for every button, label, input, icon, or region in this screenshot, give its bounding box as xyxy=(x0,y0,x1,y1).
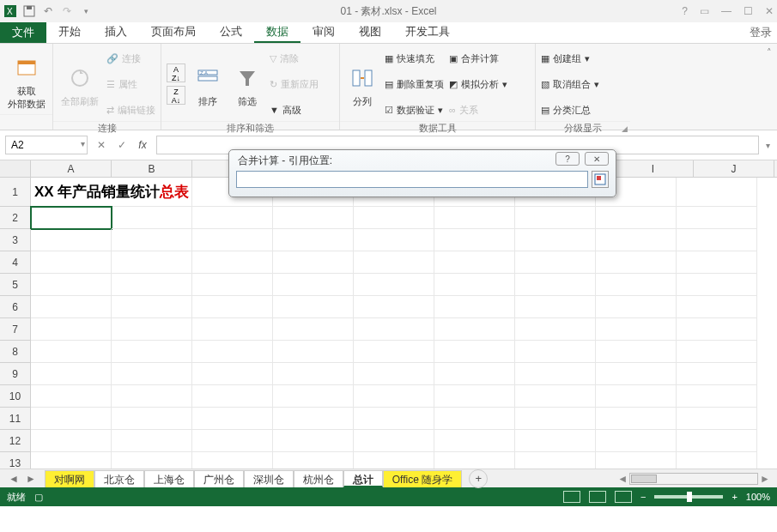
sheet-tab[interactable]: Office 随身学 xyxy=(383,470,462,487)
data-validation-item[interactable]: ☑数据验证 ▾ xyxy=(385,99,444,121)
cell[interactable] xyxy=(112,430,192,452)
cell[interactable] xyxy=(677,341,757,363)
tab-review[interactable]: 审阅 xyxy=(300,22,347,43)
cell[interactable] xyxy=(434,430,515,452)
row-header[interactable]: 9 xyxy=(0,363,31,385)
row-header[interactable]: 4 xyxy=(0,251,31,274)
get-external-data-button[interactable]: 获取 外部数据 xyxy=(5,51,47,111)
row-header[interactable]: 13 xyxy=(0,452,31,469)
relationships-item[interactable]: ∞关系 xyxy=(449,99,507,121)
cell[interactable] xyxy=(677,408,757,430)
save-icon[interactable] xyxy=(22,4,36,18)
tab-formulas[interactable]: 公式 xyxy=(208,22,254,43)
cell[interactable] xyxy=(677,207,757,229)
cell[interactable] xyxy=(112,274,192,296)
cell[interactable] xyxy=(515,318,596,341)
cell[interactable] xyxy=(434,207,515,229)
cell[interactable] xyxy=(596,452,677,469)
cell[interactable] xyxy=(31,274,112,296)
zoom-slider[interactable] xyxy=(654,495,723,499)
cell[interactable] xyxy=(515,229,596,251)
cell[interactable] xyxy=(273,430,354,452)
row-header[interactable]: 2 xyxy=(0,207,31,229)
subtotal-item[interactable]: ▤分类汇总 xyxy=(541,99,599,121)
cell[interactable] xyxy=(434,385,515,408)
cell[interactable] xyxy=(31,452,112,469)
cell[interactable] xyxy=(596,207,677,229)
zoom-level[interactable]: 100% xyxy=(746,492,770,502)
zoom-in-icon[interactable]: + xyxy=(731,492,737,502)
cell[interactable] xyxy=(515,251,596,274)
zoom-out-icon[interactable]: − xyxy=(640,492,646,502)
range-selector-button[interactable] xyxy=(592,171,609,188)
what-if-item[interactable]: ◩模拟分析 ▾ xyxy=(449,73,507,95)
cell[interactable] xyxy=(677,251,757,274)
new-sheet-button[interactable]: + xyxy=(469,469,488,488)
cell[interactable] xyxy=(434,274,515,296)
cell[interactable] xyxy=(192,318,273,341)
cell[interactable] xyxy=(354,408,434,430)
dialog-help-button[interactable]: ? xyxy=(555,152,580,166)
group-rows-item[interactable]: ▦创建组 ▾ xyxy=(541,47,599,70)
cell[interactable] xyxy=(354,296,434,318)
cell[interactable] xyxy=(434,318,515,341)
maximize-icon[interactable]: ☐ xyxy=(744,5,753,17)
cell[interactable] xyxy=(273,341,354,363)
row-header[interactable]: 3 xyxy=(0,229,31,251)
cell[interactable] xyxy=(31,296,112,318)
cell[interactable] xyxy=(677,318,757,341)
cell[interactable] xyxy=(192,274,273,296)
cell[interactable] xyxy=(192,363,273,385)
cell[interactable] xyxy=(515,385,596,408)
cell[interactable] xyxy=(192,385,273,408)
sheet-nav-prev-icon[interactable]: ◄ xyxy=(9,473,19,485)
tab-file[interactable]: 文件 xyxy=(0,22,46,43)
cell[interactable] xyxy=(354,229,434,251)
cell[interactable] xyxy=(596,430,677,452)
cell[interactable] xyxy=(434,229,515,251)
row-header[interactable]: 6 xyxy=(0,296,31,318)
flash-fill-item[interactable]: ▦快速填充 xyxy=(385,47,444,70)
close-icon[interactable]: ✕ xyxy=(765,5,774,17)
tab-page-layout[interactable]: 页面布局 xyxy=(139,22,208,43)
horizontal-scrollbar[interactable] xyxy=(629,473,758,485)
cell[interactable] xyxy=(515,274,596,296)
cell[interactable] xyxy=(31,385,112,408)
edit-links-item[interactable]: ⇄编辑链接 xyxy=(106,99,155,121)
cell[interactable] xyxy=(31,229,112,251)
reapply-item[interactable]: ↻重新应用 xyxy=(270,73,319,95)
row-header[interactable]: 7 xyxy=(0,318,31,341)
cell[interactable] xyxy=(31,363,112,385)
cell[interactable] xyxy=(192,452,273,469)
sign-in-link[interactable]: 登录 xyxy=(750,25,772,40)
cell[interactable] xyxy=(596,229,677,251)
cell[interactable] xyxy=(677,430,757,452)
formula-bar-expand-icon[interactable]: ▾ xyxy=(766,141,777,150)
cell[interactable] xyxy=(677,363,757,385)
view-page-break-icon[interactable] xyxy=(615,491,632,503)
cell[interactable] xyxy=(596,318,677,341)
ribbon-display-icon[interactable]: ▭ xyxy=(700,5,709,17)
cell[interactable] xyxy=(596,251,677,274)
cell[interactable] xyxy=(31,408,112,430)
cell[interactable] xyxy=(192,229,273,251)
tab-data[interactable]: 数据 xyxy=(254,22,300,43)
cell[interactable] xyxy=(273,452,354,469)
sheet-tab[interactable]: 上海仓 xyxy=(144,470,194,487)
sheet-tab[interactable]: 深圳仓 xyxy=(244,470,294,487)
cell[interactable] xyxy=(112,341,192,363)
cell[interactable] xyxy=(677,274,757,296)
cell[interactable] xyxy=(31,318,112,341)
column-header[interactable]: B xyxy=(112,160,192,177)
cell[interactable] xyxy=(112,229,192,251)
cell[interactable] xyxy=(596,385,677,408)
cell[interactable] xyxy=(192,430,273,452)
column-header[interactable]: J xyxy=(694,160,774,177)
cell[interactable] xyxy=(434,363,515,385)
cell[interactable] xyxy=(112,385,192,408)
cell[interactable] xyxy=(192,341,273,363)
minimize-icon[interactable]: — xyxy=(721,5,731,17)
sort-button[interactable]: Z A 排序 xyxy=(191,61,225,108)
cell[interactable] xyxy=(112,251,192,274)
consolidate-item[interactable]: ▣合并计算 xyxy=(449,47,507,70)
